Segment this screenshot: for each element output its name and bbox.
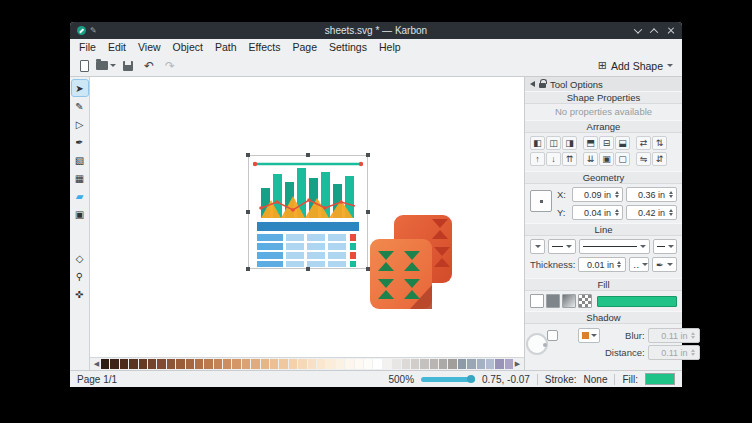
palette-swatch[interactable] <box>298 359 306 369</box>
open-document-button[interactable] <box>96 57 116 75</box>
palette-swatch[interactable] <box>420 359 428 369</box>
palette-swatch[interactable] <box>289 359 297 369</box>
palette-swatch[interactable] <box>486 359 494 369</box>
palette-swatch[interactable] <box>148 359 156 369</box>
pattern-edit-tool[interactable]: ▦ <box>72 170 88 186</box>
palette-swatch[interactable] <box>402 359 410 369</box>
titlebar[interactable]: ✎ sheets.svg * — Karbon <box>70 22 682 39</box>
palette-swatch[interactable] <box>317 359 325 369</box>
line-marker-select[interactable] <box>653 239 677 254</box>
x-position-spinbox[interactable]: 0.09 in <box>572 187 623 202</box>
shadow-enable-checkbox[interactable] <box>547 330 558 341</box>
chart-image-object[interactable] <box>248 155 368 269</box>
distribute-v-button[interactable]: ⇅ <box>652 136 667 150</box>
palette-swatch[interactable] <box>467 359 475 369</box>
palette-swatch[interactable] <box>439 359 447 369</box>
palette-swatch[interactable] <box>232 359 240 369</box>
raise-button[interactable]: ↑ <box>530 152 545 166</box>
palette-swatch[interactable] <box>214 359 222 369</box>
fill-solid-button[interactable] <box>546 294 560 308</box>
palette-swatch[interactable] <box>383 359 391 369</box>
menu-item[interactable]: Settings <box>323 40 373 54</box>
palette-swatch[interactable] <box>251 359 259 369</box>
line-cap-select[interactable] <box>530 239 545 254</box>
zoom-slider[interactable] <box>421 377 475 382</box>
palette-swatch[interactable] <box>223 359 231 369</box>
selection-handle[interactable] <box>306 153 310 157</box>
selection-handle[interactable] <box>246 210 250 214</box>
palette-swatch[interactable] <box>270 359 278 369</box>
palette-scroll-right-icon[interactable]: ▶ <box>513 360 522 368</box>
palette-swatch[interactable] <box>186 359 194 369</box>
redo-button[interactable]: ↷ <box>161 57 179 75</box>
fill-none-button[interactable] <box>530 294 544 308</box>
group-button[interactable]: ▣ <box>599 152 614 166</box>
menu-item[interactable]: Page <box>286 40 323 54</box>
y-position-spinbox[interactable]: 0.04 in <box>572 205 623 220</box>
selection-handle[interactable] <box>306 267 310 271</box>
freehand-path-tool[interactable]: ✎ <box>72 98 88 114</box>
palette-swatch[interactable] <box>279 359 287 369</box>
palette-swatch[interactable] <box>364 359 372 369</box>
selection-handle[interactable] <box>366 153 370 157</box>
palette-swatch[interactable] <box>204 359 212 369</box>
ungroup-button[interactable]: ▢ <box>615 152 630 166</box>
palette-swatch[interactable] <box>242 359 250 369</box>
line-style-select[interactable] <box>579 239 650 254</box>
palette-swatch[interactable] <box>345 359 353 369</box>
minimize-button[interactable] <box>634 25 642 33</box>
palette-swatch[interactable] <box>110 359 118 369</box>
shadow-color-button[interactable] <box>578 328 600 343</box>
zoom-tool[interactable]: ⚲ <box>72 268 88 284</box>
fill-color-bar[interactable] <box>597 296 677 307</box>
shadow-header[interactable]: Shadow <box>525 311 682 324</box>
new-document-button[interactable] <box>75 57 93 75</box>
palette-swatch[interactable] <box>373 359 381 369</box>
thickness-spinbox[interactable]: 0.01 in <box>578 257 626 272</box>
flip-h-button[interactable]: ⇋ <box>636 152 651 166</box>
flip-v-button[interactable]: ⇵ <box>652 152 667 166</box>
shadow-blur-spinbox[interactable]: 0.11 in <box>648 328 700 343</box>
menu-item[interactable]: View <box>132 40 167 54</box>
menu-item[interactable]: Help <box>373 40 407 54</box>
sheets-icon-object[interactable] <box>368 213 458 313</box>
align-top-button[interactable]: ⬒ <box>583 136 598 150</box>
bring-to-front-button[interactable]: ⇈ <box>562 152 577 166</box>
palette-swatch[interactable] <box>448 359 456 369</box>
palette-swatch[interactable] <box>167 359 175 369</box>
palette-swatch[interactable] <box>139 359 147 369</box>
palette-swatch[interactable] <box>326 359 334 369</box>
width-spinbox[interactable]: 0.36 in <box>626 187 677 202</box>
gradient-edit-tool[interactable]: ▧ <box>72 152 88 168</box>
distribute-h-button[interactable]: ⇄ <box>636 136 651 150</box>
palette-swatch[interactable] <box>157 359 165 369</box>
align-center-h-button[interactable]: ◫ <box>546 136 561 150</box>
palette-swatch[interactable] <box>430 359 438 369</box>
align-bottom-button[interactable]: ⬓ <box>615 136 630 150</box>
menu-item[interactable]: File <box>73 40 102 54</box>
line-header[interactable]: Line <box>525 223 682 236</box>
add-shape-button[interactable]: ⊞ Add Shape <box>594 57 677 74</box>
select-tool[interactable]: ➤ <box>72 80 88 96</box>
geometry-header[interactable]: Geometry <box>525 171 682 184</box>
canvas[interactable]: ◀ ▶ <box>90 77 524 370</box>
fill-gradient-button[interactable] <box>562 294 576 308</box>
pan-tool[interactable]: ✜ <box>72 286 88 302</box>
shape-handling-tool[interactable]: ◇ <box>72 250 88 266</box>
save-button[interactable] <box>119 57 137 75</box>
shadow-angle-dial[interactable] <box>526 333 548 355</box>
fill-pattern-button[interactable] <box>578 294 592 308</box>
palette-swatch[interactable] <box>336 359 344 369</box>
palette-swatch[interactable] <box>411 359 419 369</box>
palette-swatch[interactable] <box>261 359 269 369</box>
menu-item[interactable]: Object <box>167 40 209 54</box>
dock-collapse-icon[interactable] <box>530 81 535 87</box>
palette-swatch[interactable] <box>308 359 316 369</box>
height-spinbox[interactable]: 0.42 in <box>626 205 677 220</box>
fill-header[interactable]: Fill <box>525 278 682 291</box>
selection-handle[interactable] <box>246 267 250 271</box>
menu-item[interactable]: Edit <box>102 40 132 54</box>
palette-swatch[interactable] <box>129 359 137 369</box>
shadow-distance-spinbox[interactable]: 0.11 in <box>648 345 700 360</box>
palette-swatch[interactable] <box>458 359 466 369</box>
